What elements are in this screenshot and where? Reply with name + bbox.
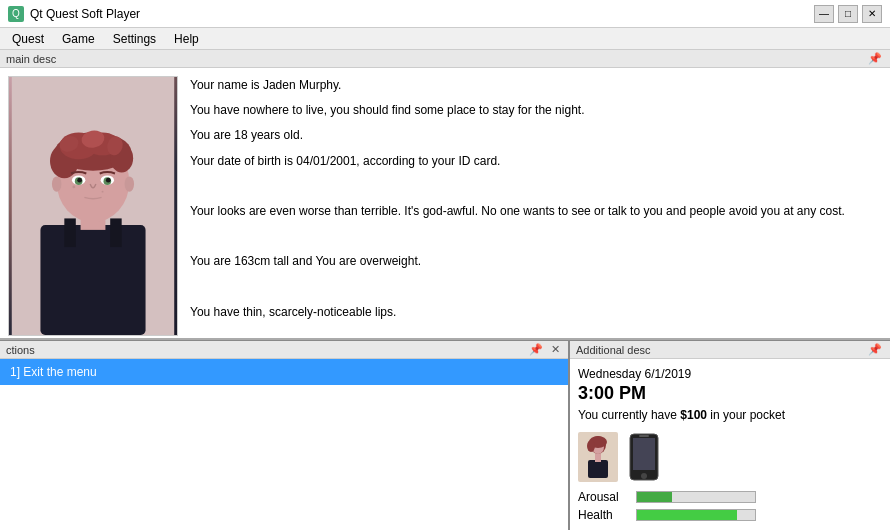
money-amount: $100	[680, 408, 707, 422]
health-label: Health	[578, 508, 628, 522]
arousal-stat-row: Arousal	[578, 490, 882, 504]
menu-quest[interactable]: Quest	[4, 30, 52, 48]
svg-point-30	[587, 440, 595, 452]
phone-icon	[628, 432, 660, 482]
money-prefix: You currently have	[578, 408, 680, 422]
svg-point-22	[52, 176, 62, 191]
svg-point-21	[102, 191, 104, 193]
main-area: main desc 📌	[0, 50, 890, 530]
close-button[interactable]: ✕	[862, 5, 882, 23]
arousal-label: Arousal	[578, 490, 628, 504]
svg-rect-34	[639, 435, 649, 437]
desc-line1: Your name is Jaden Murphy.	[190, 76, 882, 95]
description-text: Your name is Jaden Murphy. You have nowh…	[190, 76, 882, 330]
person-icon-item	[578, 432, 618, 482]
desc-line3: You are 18 years old.	[190, 126, 882, 145]
time-display: 3:00 PM	[578, 383, 882, 404]
additional-content: Wednesday 6/1/2019 3:00 PM You currently…	[570, 359, 890, 530]
health-stat-row: Health	[578, 508, 882, 522]
arousal-bar-fill	[637, 492, 672, 502]
app-icon: Q	[8, 6, 24, 22]
action-item-0[interactable]: 1] Exit the menu	[0, 359, 568, 385]
icons-row	[578, 432, 882, 482]
desc-line7: You have thin, scarcely-noticeable lips.	[190, 303, 882, 322]
pin-icon[interactable]: 📌	[866, 52, 884, 65]
actions-panel-header: ctions 📌 ✕	[0, 341, 568, 359]
date-display: Wednesday 6/1/2019	[578, 367, 882, 381]
health-bar-fill	[637, 510, 737, 520]
svg-point-33	[641, 473, 647, 479]
desc-line2: You have nowhere to live, you should fin…	[190, 101, 882, 120]
menu-settings[interactable]: Settings	[105, 30, 164, 48]
actions-panel: ctions 📌 ✕ 1] Exit the menu	[0, 341, 570, 530]
svg-rect-3	[110, 218, 121, 247]
svg-point-23	[125, 176, 135, 191]
top-panel-content: Your name is Jaden Murphy. You have nowh…	[0, 68, 890, 338]
phone-icon-item	[628, 432, 660, 482]
actions-close-icon[interactable]: ✕	[549, 343, 562, 356]
menu-bar: Quest Game Settings Help	[0, 28, 890, 50]
svg-point-20	[72, 185, 75, 188]
bottom-area: ctions 📌 ✕ 1] Exit the menu Additional d…	[0, 340, 890, 530]
svg-rect-2	[64, 218, 75, 247]
svg-rect-1	[40, 225, 145, 335]
desc-line4: Your date of birth is 04/01/2001, accord…	[190, 152, 882, 171]
additional-panel-title: Additional desc	[576, 344, 651, 356]
desc-line8: Your pale skin is rough and covered with…	[190, 328, 882, 330]
minimize-button[interactable]: —	[814, 5, 834, 23]
top-panel: main desc 📌	[0, 50, 890, 340]
top-panel-header: main desc 📌	[0, 50, 890, 68]
svg-rect-27	[588, 460, 608, 478]
desc-line6: You are 163cm tall and You are overweigh…	[190, 252, 882, 271]
arousal-bar-background	[636, 491, 756, 503]
additional-panel-header: Additional desc 📌	[570, 341, 890, 359]
health-bar-background	[636, 509, 756, 521]
window-title: Qt Quest Soft Player	[30, 7, 140, 21]
svg-rect-28	[595, 454, 601, 462]
actions-pin-icon[interactable]: 📌	[527, 343, 545, 356]
desc-line5: Your looks are even worse than terrible.…	[190, 202, 882, 221]
svg-point-18	[77, 178, 82, 183]
window-controls: — □ ✕	[814, 5, 882, 23]
actions-list: 1] Exit the menu	[0, 359, 568, 530]
character-image	[8, 76, 178, 336]
top-panel-title: main desc	[6, 53, 56, 65]
person-icon	[578, 432, 618, 482]
money-suffix: in your pocket	[707, 408, 785, 422]
title-bar: Q Qt Quest Soft Player — □ ✕	[0, 0, 890, 28]
money-display: You currently have $100 in your pocket	[578, 408, 882, 422]
actions-panel-title: ctions	[6, 344, 35, 356]
additional-panel: Additional desc 📌 Wednesday 6/1/2019 3:0…	[570, 341, 890, 530]
additional-pin-icon[interactable]: 📌	[866, 343, 884, 356]
maximize-button[interactable]: □	[838, 5, 858, 23]
menu-game[interactable]: Game	[54, 30, 103, 48]
svg-point-19	[106, 178, 111, 183]
svg-rect-32	[633, 438, 655, 470]
menu-help[interactable]: Help	[166, 30, 207, 48]
